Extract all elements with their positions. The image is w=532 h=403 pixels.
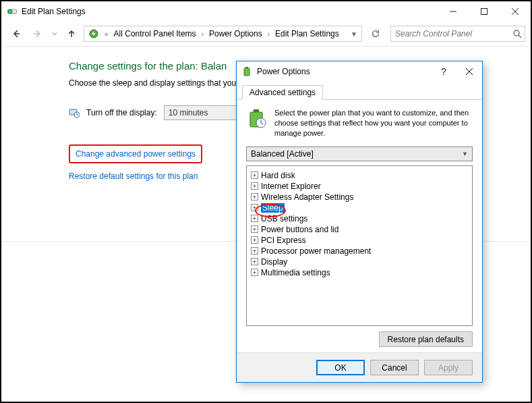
nav-back-button[interactable] — [7, 24, 26, 43]
svg-rect-16 — [244, 68, 249, 76]
power-options-icon — [88, 28, 99, 39]
svg-point-1 — [8, 9, 12, 14]
expand-icon[interactable]: + — [251, 193, 258, 200]
expand-icon[interactable]: + — [251, 236, 258, 244]
dialog-tab-strip: Advanced settings — [237, 82, 482, 100]
tree-item-multimedia[interactable]: +Multimedia settings — [249, 267, 469, 278]
expand-icon[interactable]: + — [251, 258, 258, 265]
advanced-link-highlight: Change advanced power settings — [69, 144, 202, 163]
tree-item-internet-explorer[interactable]: +Internet Explorer — [249, 181, 469, 192]
nav-forward-button[interactable] — [28, 24, 47, 43]
maximize-button[interactable] — [469, 1, 500, 22]
tree-item-display[interactable]: +Display — [249, 257, 469, 267]
breadcrumb-dropdown[interactable]: ▼ — [348, 30, 360, 38]
display-timeout-label: Turn off the display: — [86, 108, 157, 117]
chevron-right-icon[interactable]: › — [265, 30, 272, 38]
tab-advanced-settings[interactable]: Advanced settings — [242, 85, 323, 100]
svg-rect-21 — [254, 109, 259, 112]
expand-icon[interactable]: + — [251, 247, 258, 254]
dialog-help-button[interactable]: ? — [431, 61, 456, 82]
dialog-titlebar[interactable]: Power Options ? — [237, 61, 482, 82]
refresh-button[interactable] — [367, 26, 384, 42]
tree-item-usb-settings[interactable]: +USB settings — [249, 213, 469, 224]
monitor-clock-icon — [69, 107, 80, 118]
search-input[interactable] — [394, 28, 512, 39]
expand-icon[interactable]: + — [251, 225, 258, 233]
settings-tree[interactable]: +Hard disk +Internet Explorer +Wireless … — [246, 165, 473, 326]
search-box[interactable] — [390, 26, 525, 42]
power-plan-selected: Balanced [Active] — [251, 149, 314, 159]
tree-item-sleep[interactable]: +Sleep — [249, 203, 469, 213]
power-plan-icon — [246, 108, 268, 130]
dialog-close-button[interactable] — [456, 61, 482, 82]
expand-icon[interactable]: + — [251, 215, 258, 222]
display-timeout-value: 10 minutes — [169, 108, 208, 117]
nav-history-dropdown[interactable] — [50, 24, 59, 43]
cancel-button[interactable]: Cancel — [370, 360, 419, 375]
chevron-down-icon: ▼ — [462, 151, 468, 157]
expand-icon[interactable]: + — [251, 171, 258, 179]
dialog-footer: OK Cancel Apply — [237, 352, 482, 382]
tree-item-power-buttons-lid[interactable]: +Power buttons and lid — [249, 224, 469, 235]
expand-icon[interactable]: + — [251, 204, 258, 211]
ok-button[interactable]: OK — [316, 360, 365, 375]
power-plan-dropdown[interactable]: Balanced [Active] ▼ — [246, 146, 473, 161]
breadcrumb-item[interactable]: Power Options — [206, 29, 265, 38]
restore-plan-defaults-button[interactable]: Restore plan defaults — [379, 331, 473, 347]
svg-rect-17 — [245, 67, 248, 68]
tree-item-wireless-adapter[interactable]: +Wireless Adapter Settings — [249, 192, 469, 203]
breadcrumb-item[interactable]: Edit Plan Settings — [272, 29, 342, 38]
nav-up-button[interactable] — [62, 24, 81, 43]
heading-plan-name: Balan — [201, 60, 227, 72]
power-slider-icon — [7, 6, 18, 17]
battery-icon — [242, 66, 253, 77]
chevron-right-icon[interactable]: › — [199, 30, 206, 38]
svg-rect-3 — [481, 9, 487, 15]
apply-button[interactable]: Apply — [424, 360, 473, 375]
window-titlebar: Edit Plan Settings — [1, 1, 531, 22]
minimize-button[interactable] — [438, 1, 469, 22]
heading-prefix: Change settings for the plan: — [69, 60, 201, 72]
dialog-intro-text: Select the power plan that you want to c… — [274, 108, 473, 138]
expand-icon[interactable]: + — [251, 182, 258, 190]
search-icon — [512, 29, 522, 38]
expand-icon[interactable]: + — [251, 269, 258, 276]
advanced-power-settings-link[interactable]: Change advanced power settings — [76, 149, 196, 159]
breadcrumb[interactable]: « All Control Panel Items › Power Option… — [84, 26, 362, 42]
tree-item-hard-disk[interactable]: +Hard disk — [249, 170, 469, 181]
close-button[interactable] — [500, 1, 531, 22]
svg-point-10 — [514, 30, 519, 36]
window-title: Edit Plan Settings — [22, 7, 438, 16]
navigation-bar: « All Control Panel Items › Power Option… — [1, 22, 531, 46]
tree-item-pci-express[interactable]: +PCI Express — [249, 235, 469, 246]
power-options-dialog: Power Options ? Advanced settings Select… — [236, 61, 483, 383]
dialog-title: Power Options — [257, 67, 431, 76]
breadcrumb-item[interactable]: All Control Panel Items — [111, 29, 199, 38]
svg-line-11 — [519, 35, 521, 38]
tree-item-processor-power[interactable]: +Processor power management — [249, 246, 469, 257]
breadcrumb-separator: « — [102, 30, 111, 38]
